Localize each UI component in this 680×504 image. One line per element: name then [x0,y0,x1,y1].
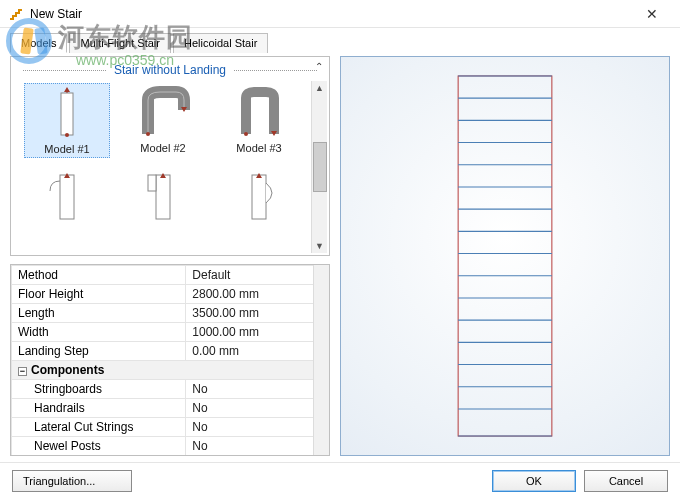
prop-val[interactable]: No [186,437,329,456]
scroll-thumb[interactable] [313,142,327,192]
prop-key: Landing Step [12,342,186,361]
propgrid-scrollbar[interactable] [313,265,329,455]
prop-row: Landing Step0.00 mm [12,342,329,361]
prop-val[interactable]: Default [186,266,329,285]
svg-rect-10 [156,175,170,219]
prop-key: Width [12,323,186,342]
prop-row: StringboardsNo [12,380,329,399]
stair-icon [8,6,24,22]
window-title: New Stair [30,7,632,21]
svg-marker-2 [64,87,70,92]
model-1[interactable]: Model #1 [24,83,110,158]
svg-rect-15 [458,76,552,436]
model-3[interactable]: Model #3 [216,83,302,158]
scroll-down-icon[interactable]: ▼ [315,239,324,253]
model-1-label: Model #1 [27,143,107,155]
prop-key: Method [12,266,186,285]
model-3-label: Model #3 [218,142,300,154]
svg-point-3 [65,133,69,137]
prop-row: HandrailsNo [12,399,329,418]
minus-icon[interactable]: − [18,367,27,376]
model-6[interactable] [216,168,302,225]
collapse-icon[interactable]: ⌃ [315,61,323,72]
models-row-2 [19,168,307,225]
prop-row: MethodDefault [12,266,329,285]
gallery-group-label: Stair without Landing [114,63,226,77]
prop-key: Stringboards [12,380,186,399]
prop-row: Width1000.00 mm [12,323,329,342]
prop-key: Newel Posts [12,437,186,456]
model-2[interactable]: Model #2 [120,83,206,158]
svg-rect-8 [60,175,74,219]
prop-key: Handrails [12,399,186,418]
footer: Triangulation... OK Cancel [0,462,680,498]
prop-val[interactable]: No [186,399,329,418]
svg-point-7 [244,132,248,136]
tab-multi-flight[interactable]: Multi-Flight Stair [69,33,170,53]
stair-preview-icon [440,71,570,441]
prop-val[interactable]: 0.00 mm [186,342,329,361]
cancel-button[interactable]: Cancel [584,470,668,492]
property-grid[interactable]: MethodDefault Floor Height2800.00 mm Len… [10,264,330,456]
prop-val[interactable]: No [186,380,329,399]
prop-row: Floor Height2800.00 mm [12,285,329,304]
model-4[interactable] [24,168,110,225]
prop-key: Length [12,304,186,323]
svg-rect-13 [252,175,266,219]
svg-rect-11 [148,175,156,191]
model-5[interactable] [120,168,206,225]
prop-row: Lateral Cut StringsNo [12,418,329,437]
titlebar: New Stair ✕ [0,0,680,28]
prop-key: Floor Height [12,285,186,304]
svg-point-5 [146,132,150,136]
prop-group-components[interactable]: −Components [12,361,329,380]
ok-button[interactable]: OK [492,470,576,492]
prop-row: Newel PostsNo [12,437,329,456]
prop-val[interactable]: 1000.00 mm [186,323,329,342]
triangulation-button[interactable]: Triangulation... [12,470,132,492]
prop-row: Length3500.00 mm [12,304,329,323]
scroll-up-icon[interactable]: ▲ [315,81,324,95]
tab-helicoidal[interactable]: Helicoidal Stair [173,33,268,53]
prop-key: Lateral Cut Strings [12,418,186,437]
preview-panel [340,56,670,456]
tab-models[interactable]: Models [10,33,67,53]
gallery-group-header[interactable]: Stair without Landing [15,63,325,77]
prop-val[interactable]: 3500.00 mm [186,304,329,323]
close-icon[interactable]: ✕ [632,6,672,22]
tabs: Models Multi-Flight Stair Helicoidal Sta… [0,28,680,52]
model-2-label: Model #2 [122,142,204,154]
prop-val[interactable]: No [186,418,329,437]
models-row-1: Model #1 Model #2 Model #3 [19,83,307,158]
gallery-scrollbar[interactable]: ▲ ▼ [311,81,327,253]
model-gallery: Stair without Landing ⌃ Model #1 Model #… [10,56,330,256]
prop-group-label: Components [31,363,104,377]
prop-val[interactable]: 2800.00 mm [186,285,329,304]
svg-rect-0 [61,93,73,135]
